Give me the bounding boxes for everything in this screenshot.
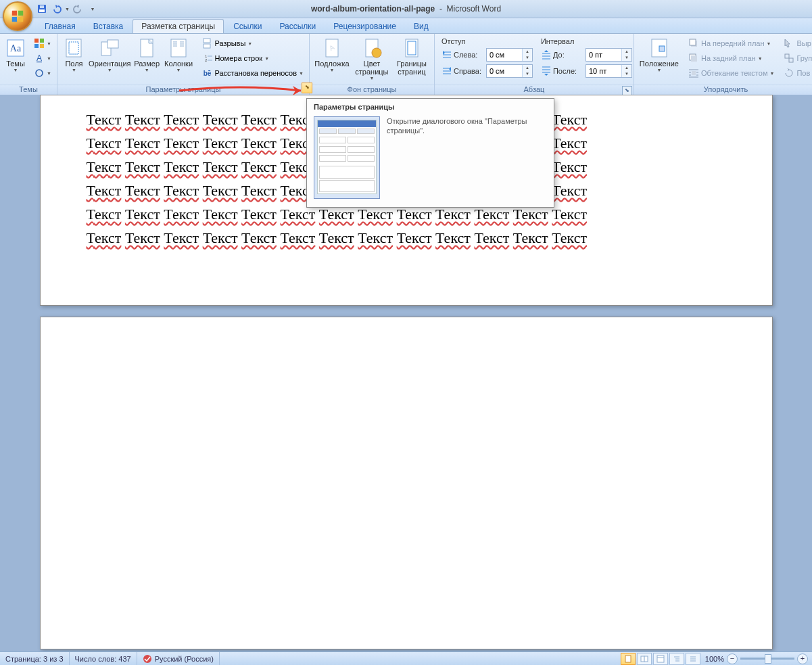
indent-right-label: Справа:: [454, 67, 486, 75]
tab-review[interactable]: Рецензирование: [325, 20, 404, 33]
rotate-button: Пов: [781, 66, 812, 81]
svg-rect-9: [34, 39, 39, 43]
svg-rect-45: [692, 71, 696, 75]
statusbar: Страница: 3 из 3 Число слов: 437 Русский…: [0, 651, 812, 665]
svg-rect-11: [34, 44, 39, 48]
indent-right-icon: [441, 66, 452, 76]
tab-view[interactable]: Вид: [406, 20, 437, 33]
columns-button[interactable]: Колонки▼: [163, 36, 195, 85]
svg-rect-50: [641, 656, 644, 662]
theme-colors-icon[interactable]: ▼: [31, 36, 54, 51]
zoom-slider[interactable]: [740, 658, 794, 660]
theme-fonts-icon[interactable]: A▼: [31, 51, 54, 66]
svg-rect-5: [39, 9, 45, 12]
bring-front-button: На передний план▼: [686, 36, 777, 51]
ribbon-tabs: Главная Вставка Разметка страницы Ссылки…: [0, 18, 812, 34]
web-layout-view-icon[interactable]: [653, 653, 668, 665]
indent-left-icon: [441, 49, 452, 60]
qat-customize-icon[interactable]: ▼: [86, 2, 99, 16]
svg-rect-10: [40, 39, 44, 43]
spacing-before-input[interactable]: ▲▼: [586, 48, 632, 62]
svg-point-36: [372, 48, 381, 58]
indent-right-input[interactable]: ▲▼: [486, 64, 533, 78]
status-page[interactable]: Страница: 3 из 3: [0, 652, 70, 665]
svg-rect-27: [204, 39, 210, 43]
svg-rect-52: [657, 656, 664, 662]
tab-mailings[interactable]: Рассылки: [271, 20, 324, 33]
svg-rect-2: [12, 17, 17, 22]
svg-point-14: [36, 70, 43, 76]
svg-rect-51: [644, 656, 648, 662]
page-setup-launcher[interactable]: ⬊: [302, 83, 312, 93]
ribbon: Aa Темы ▼ ▼ A▼ ▼ Темы Поля▼ Ориентация▼: [0, 34, 812, 97]
size-button[interactable]: Размер▼: [133, 36, 162, 85]
redo-icon[interactable]: [71, 2, 85, 16]
svg-rect-40: [659, 46, 665, 51]
indent-left-label: Слева:: [454, 51, 486, 59]
svg-text:Aa: Aa: [10, 43, 22, 53]
tab-references[interactable]: Ссылки: [225, 20, 270, 33]
spacing-before-label: До:: [553, 51, 586, 59]
watermark-button[interactable]: A Подложка▼: [313, 36, 351, 85]
status-word-count[interactable]: Число слов: 437: [70, 652, 137, 665]
svg-rect-6: [40, 5, 44, 8]
svg-point-48: [143, 655, 151, 663]
spacing-after-label: После:: [553, 67, 586, 75]
group-page-setup: Поля▼ Ориентация▼ Размер▼ Колонки▼ Разры…: [57, 34, 310, 96]
margins-button[interactable]: Поля▼: [61, 36, 87, 85]
tooltip-description: Открытие диалогового окна "Параметры стр…: [387, 116, 547, 199]
svg-rect-0: [12, 11, 17, 16]
full-screen-reading-view-icon[interactable]: [637, 653, 652, 665]
office-button[interactable]: [3, 1, 32, 31]
hyphenation-button[interactable]: bēРасстановка переносов▼: [199, 66, 306, 81]
draft-view-icon[interactable]: [686, 653, 700, 665]
position-button[interactable]: Положение▼: [638, 36, 681, 85]
tooltip-thumbnail: [314, 116, 380, 199]
proofing-icon: [143, 654, 152, 664]
tab-page-layout[interactable]: Разметка страницы: [133, 19, 224, 33]
zoom-out-button[interactable]: −: [727, 653, 738, 664]
svg-rect-1: [18, 11, 23, 16]
svg-rect-42: [690, 39, 696, 45]
svg-rect-46: [785, 54, 789, 58]
breaks-button[interactable]: Разрывы▼: [199, 36, 306, 51]
quick-access-toolbar: ▼ ▼: [35, 0, 99, 18]
page-lower[interactable]: [40, 317, 773, 649]
group-page-background: A Подложка▼ Цвет страницы▼ Границы стран…: [310, 34, 435, 96]
text-wrap-button: Обтекание текстом▼: [686, 66, 777, 81]
svg-rect-28: [204, 44, 210, 48]
indent-left-input[interactable]: ▲▼: [486, 48, 533, 62]
svg-rect-49: [625, 656, 631, 662]
page-color-button[interactable]: Цвет страницы▼: [352, 36, 391, 85]
group-arrange: Положение▼ На передний план▼ На задний п…: [634, 34, 812, 96]
line-numbers-button[interactable]: 12Номера строк▼: [199, 51, 306, 66]
svg-rect-47: [789, 58, 793, 62]
page-borders-button[interactable]: Границы страниц: [393, 36, 431, 85]
svg-text:A: A: [37, 53, 42, 63]
zoom-in-button[interactable]: +: [797, 653, 808, 664]
status-language[interactable]: Русский (Россия): [137, 652, 220, 665]
tab-home[interactable]: Главная: [37, 20, 84, 33]
spacing-label: Интервал: [541, 37, 632, 45]
save-icon[interactable]: [35, 2, 49, 16]
page-setup-tooltip: Параметры страницы Открытие диалогового …: [306, 98, 554, 208]
spacing-before-icon: [541, 49, 552, 60]
outline-view-icon[interactable]: [669, 653, 684, 665]
selection-pane-button: Выр: [781, 36, 812, 51]
themes-button[interactable]: Aa Темы ▼: [3, 36, 28, 85]
svg-text:2: 2: [205, 58, 208, 62]
spacing-after-input[interactable]: ▲▼: [586, 64, 632, 78]
svg-rect-44: [691, 55, 697, 62]
zoom-level[interactable]: 100%: [705, 655, 724, 663]
undo-icon[interactable]: [50, 2, 64, 16]
orientation-button[interactable]: Ориентация▼: [89, 36, 131, 85]
theme-effects-icon[interactable]: ▼: [31, 66, 54, 81]
svg-rect-18: [108, 40, 118, 48]
group-paragraph: Отступ Слева: ▲▼ Справа: ▲▼ Интервал До:: [435, 34, 634, 96]
undo-dropdown-icon[interactable]: ▼: [65, 7, 70, 12]
group-objects-button: Груп: [781, 51, 812, 66]
tab-insert[interactable]: Вставка: [85, 20, 132, 33]
window-title: word-album-orientation-all-page - Micros…: [311, 4, 501, 14]
titlebar: ▼ ▼ word-album-orientation-all-page - Mi…: [0, 0, 812, 18]
print-layout-view-icon[interactable]: [621, 653, 636, 665]
